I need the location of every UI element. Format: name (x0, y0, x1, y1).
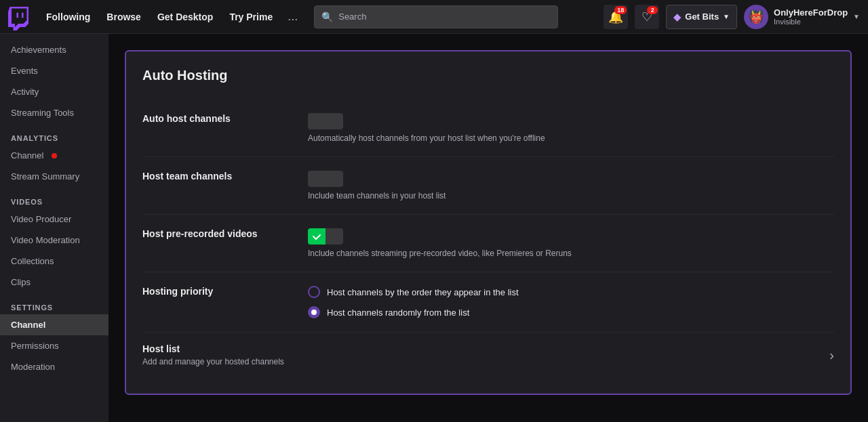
sidebar-item-label: Channel (11, 320, 45, 330)
host-list-row[interactable]: Host list Add and manage your hosted cha… (142, 333, 834, 377)
sidebar-item-label: Streaming Tools (11, 108, 74, 118)
bits-label: Get Bits (685, 12, 719, 22)
search-icon: 🔍 (321, 12, 333, 22)
sidebar-item-video-moderation[interactable]: Video Moderation (0, 230, 108, 251)
nav-following[interactable]: Following (39, 7, 97, 26)
radio-circle-order (308, 286, 320, 298)
nav-try-prime[interactable]: Try Prime (222, 7, 279, 26)
analytics-section-header: ANALYTICS (0, 123, 108, 145)
host-team-channels-label: Host team channels (142, 171, 292, 182)
sidebar-item-label: Achievements (11, 45, 66, 55)
alerts-button[interactable]: ♡ 2 (635, 5, 659, 29)
toggle-left-off (308, 113, 326, 129)
videos-section-header: VIDEOS (0, 187, 108, 209)
host-list-title: Host list (142, 343, 284, 354)
notifications-button[interactable]: 🔔 18 (604, 5, 628, 29)
host-pre-recorded-desc: Include channels streaming pre-recorded … (308, 249, 834, 258)
auto-host-channels-row: Auto host channels Automatically host ch… (142, 100, 834, 157)
sidebar-item-label: Events (11, 66, 38, 76)
bits-chevron-icon: ▼ (723, 13, 730, 20)
sidebar-item-label: Clips (11, 277, 31, 287)
hosting-priority-row: Hosting priority Host channels by the or… (142, 272, 834, 333)
host-team-channels-desc: Include team channels in your host list (308, 191, 834, 201)
sidebar-item-stream-summary[interactable]: Stream Summary (0, 166, 108, 187)
radio-random[interactable]: Host channels randomly from the list (308, 306, 834, 318)
radio-label-random: Host channels randomly from the list (327, 308, 469, 318)
host-list-desc: Add and manage your hosted channels (142, 357, 284, 366)
nav-links: Following Browse Get Desktop Try Prime .… (39, 5, 303, 28)
host-pre-recorded-label: Host pre-recorded videos (142, 228, 292, 239)
sidebar-item-achievements[interactable]: Achievements (0, 39, 108, 60)
toggle-left-off (308, 171, 326, 187)
sidebar-item-label: Moderation (11, 362, 55, 372)
settings-section-header: SETTINGS (0, 293, 108, 314)
sidebar-item-permissions[interactable]: Permissions (0, 335, 108, 356)
auto-host-channels-label: Auto host channels (142, 113, 292, 124)
twitch-logo[interactable] (8, 7, 28, 27)
sidebar: Achievements Events Activity Streaming T… (0, 34, 108, 422)
sidebar-item-label: Collections (11, 256, 54, 266)
sidebar-item-label: Activity (11, 87, 39, 97)
channel-dot-icon (52, 153, 57, 159)
sidebar-item-label: Video Producer (11, 214, 71, 224)
alerts-badge: 2 (647, 6, 658, 14)
top-navigation: Following Browse Get Desktop Try Prime .… (0, 0, 868, 34)
sidebar-item-label: Stream Summary (11, 171, 79, 182)
radio-order[interactable]: Host channels by the order they appear i… (308, 286, 834, 298)
hosting-priority-label: Hosting priority (142, 286, 292, 297)
sidebar-item-events[interactable]: Events (0, 60, 108, 81)
sidebar-item-clips[interactable]: Clips (0, 272, 108, 293)
notifications-badge: 18 (614, 6, 627, 14)
topnav-right-controls: 🔔 18 ♡ 2 ◆ Get Bits ▼ 👹 OnlyHereForDrop … (604, 5, 860, 29)
user-status: Invisible (774, 18, 848, 26)
chevron-right-icon: › (829, 347, 834, 363)
sidebar-item-label: Permissions (11, 341, 59, 351)
search-box[interactable]: 🔍 (314, 5, 558, 28)
auto-host-channels-desc: Automatically host channels from your ho… (308, 133, 834, 143)
radio-label-order: Host channels by the order they appear i… (327, 287, 519, 297)
nav-get-desktop[interactable]: Get Desktop (151, 7, 220, 26)
radio-circle-random (308, 306, 320, 318)
radio-group: Host channels by the order they appear i… (308, 286, 834, 318)
sidebar-item-channel-analytics[interactable]: Channel (0, 145, 108, 166)
host-pre-recorded-toggle[interactable] (308, 228, 343, 245)
user-menu[interactable]: 👹 OnlyHereForDrop Invisible ▼ (744, 5, 860, 29)
host-team-channels-toggle[interactable] (308, 171, 343, 187)
main-content: Auto Hosting Auto host channels Automati… (108, 34, 868, 422)
host-team-channels-row: Host team channels Include team channels… (142, 157, 834, 215)
sidebar-item-streaming-tools[interactable]: Streaming Tools (0, 102, 108, 123)
toggle-left-on (308, 228, 326, 245)
sidebar-item-moderation[interactable]: Moderation (0, 356, 108, 377)
sidebar-item-label: Channel (11, 150, 43, 161)
sidebar-item-video-producer[interactable]: Video Producer (0, 209, 108, 230)
toggle-right-off (326, 171, 343, 187)
avatar: 👹 (744, 5, 768, 29)
panel-title: Auto Hosting (142, 68, 834, 83)
sidebar-item-channel-settings[interactable]: Channel (0, 314, 108, 335)
auto-host-channels-toggle[interactable] (308, 113, 343, 129)
sidebar-item-label: Video Moderation (11, 235, 80, 245)
sidebar-item-activity[interactable]: Activity (0, 81, 108, 102)
sidebar-item-collections[interactable]: Collections (0, 251, 108, 272)
bits-icon: ◆ (673, 12, 681, 22)
auto-hosting-panel: Auto Hosting Auto host channels Automati… (125, 50, 852, 395)
username: OnlyHereForDrop (774, 7, 848, 18)
get-bits-button[interactable]: ◆ Get Bits ▼ (666, 5, 737, 29)
toggle-right-on (326, 228, 343, 245)
nav-more[interactable]: ... (282, 5, 303, 28)
toggle-right-off (326, 113, 343, 129)
nav-browse[interactable]: Browse (100, 7, 148, 26)
host-pre-recorded-row: Host pre-recorded videos Include channel… (142, 215, 834, 272)
user-dropdown-icon: ▼ (853, 13, 860, 20)
search-input[interactable] (338, 12, 551, 22)
